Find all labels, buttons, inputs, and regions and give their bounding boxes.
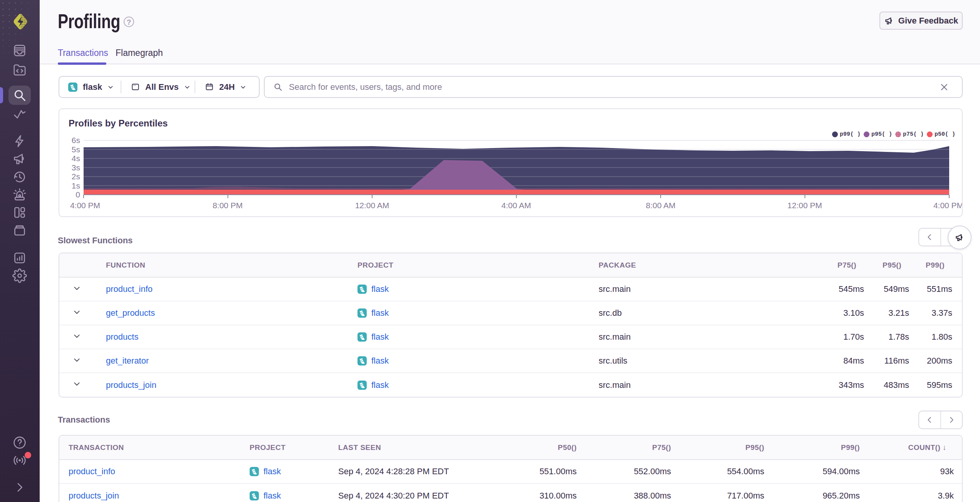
svg-text:12:00 PM: 12:00 PM	[787, 201, 822, 210]
svg-text:6s: 6s	[72, 136, 80, 145]
svg-text:3s: 3s	[72, 163, 80, 172]
svg-text:12:00 AM: 12:00 AM	[355, 201, 389, 210]
svg-text:0: 0	[76, 190, 80, 199]
svg-text:4:00 AM: 4:00 AM	[501, 201, 531, 210]
svg-text:4s: 4s	[72, 154, 80, 163]
svg-text:8:00 AM: 8:00 AM	[646, 201, 675, 210]
svg-text:4:00 PM: 4:00 PM	[933, 201, 962, 210]
svg-text:1s: 1s	[72, 181, 80, 190]
svg-text:2s: 2s	[72, 172, 80, 181]
svg-text:5s: 5s	[72, 145, 80, 154]
svg-text:8:00 PM: 8:00 PM	[213, 201, 243, 210]
svg-text:4:00 PM: 4:00 PM	[70, 201, 100, 210]
